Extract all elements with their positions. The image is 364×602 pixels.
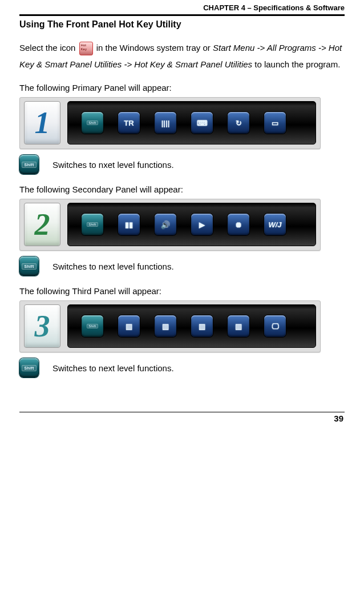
panel1-keyboard-button[interactable]: ⌨ — [191, 112, 213, 134]
app-icon: ▥ — [126, 322, 132, 331]
panel3-frame: 3 Shift ▥ ▥ ▥ ▥ 🖵 — [19, 300, 321, 352]
panel1-caption: The following Primary Panel will appear: — [19, 83, 345, 93]
intro-paragraph: Select the icon in the Windows system tr… — [19, 40, 345, 73]
shift-icon: Shift — [87, 324, 98, 328]
panel1-legend-shift-icon: Shift — [19, 155, 39, 174]
section-title: Using The Front Panel Hot Key Utility — [19, 19, 345, 30]
panel2-shift-button[interactable]: Shift — [82, 214, 103, 235]
panel3-caption: The following Third Panel will appear: — [19, 286, 345, 296]
panel2-legend-row: Shift Switches to next level functions. — [19, 256, 345, 276]
shift-icon: Shift — [87, 121, 98, 125]
panel1-rotate-button[interactable]: ↻ — [228, 112, 249, 134]
panel3-app4-button[interactable]: ▥ — [228, 315, 249, 337]
wj-icon: W/J — [268, 220, 281, 229]
panel3-button-bar: Shift ▥ ▥ ▥ ▥ 🖵 — [67, 304, 316, 348]
keyboard-icon: ⌨ — [197, 119, 208, 127]
panel1-button-bar: Shift TR |||| ⌨ ↻ ▭ — [67, 101, 316, 145]
play-icon: ▶ — [199, 220, 205, 229]
pause-icon: ▮▮ — [125, 220, 133, 229]
shift-icon: Shift — [22, 162, 36, 168]
panel3-monitor-button[interactable]: 🖵 — [264, 315, 286, 337]
chapter-header-text: CHAPTER 4 – Specifications & Software — [19, 0, 345, 13]
panel1-display-button[interactable]: ▭ — [264, 112, 286, 134]
panel3-number-badge: 3 — [24, 304, 60, 348]
hotkey-tray-icon — [79, 42, 93, 55]
panel1-legend-text: Switches to nxet level functions. — [52, 160, 174, 170]
panel2-play-button[interactable]: ▶ — [191, 214, 213, 235]
panel1-barcode-button[interactable]: |||| — [155, 112, 176, 134]
panel2-speaker-button[interactable]: 🔊 — [155, 214, 176, 235]
intro-tail-text: to launch the program. — [254, 59, 340, 69]
panel1-legend-row: Shift Switches to nxet level functions. — [19, 155, 345, 174]
panel2-frame: 2 Shift ▮▮ 🔊 ▶ ⏺ W/J — [19, 199, 321, 251]
shift-icon: Shift — [87, 222, 98, 227]
intro-pre-icon-text: Select the icon — [19, 43, 78, 53]
app-icon: ▥ — [199, 322, 205, 331]
panel1-number-badge: 1 — [24, 101, 60, 145]
panel2-number-badge: 2 — [24, 203, 60, 246]
panel3-shift-button[interactable]: Shift — [82, 315, 103, 337]
display-icon: ▭ — [272, 119, 278, 127]
app-icon: ▥ — [235, 322, 242, 331]
rotate-icon: ↻ — [236, 119, 242, 127]
panel3-legend-text: Switches to next level functions. — [52, 363, 174, 373]
panel1-frame: 1 Shift TR |||| ⌨ ↻ ▭ — [19, 97, 321, 149]
barcode-icon: |||| — [161, 119, 170, 127]
panel2-pause-button[interactable]: ▮▮ — [118, 214, 140, 235]
page-number: 39 — [19, 414, 345, 423]
panel2-caption: The following Secondary Panel will appea… — [19, 184, 345, 194]
panel2-button-bar: Shift ▮▮ 🔊 ▶ ⏺ W/J — [67, 203, 316, 246]
panel3-app1-button[interactable]: ▥ — [118, 315, 140, 337]
header-rule — [19, 14, 345, 16]
panel3-legend-shift-icon: Shift — [19, 358, 39, 378]
panel3-app2-button[interactable]: ▥ — [155, 315, 176, 337]
panel2-legend-shift-icon: Shift — [19, 256, 39, 276]
monitor-icon: 🖵 — [272, 322, 279, 331]
tr-icon: TR — [124, 119, 134, 127]
shift-icon: Shift — [22, 263, 36, 270]
panel1-tr-button[interactable]: TR — [118, 112, 140, 134]
record-icon: ⏺ — [235, 220, 242, 229]
panel1-shift-button[interactable]: Shift — [82, 112, 103, 134]
footer-rule — [19, 412, 345, 412]
app-icon: ▥ — [162, 322, 169, 331]
panel3-legend-row: Shift Switches to next level functions. — [19, 358, 345, 378]
panel2-record-button[interactable]: ⏺ — [228, 214, 249, 235]
panel3-app3-button[interactable]: ▥ — [191, 315, 213, 337]
panel2-legend-text: Switches to next level functions. — [52, 262, 174, 271]
panel2-wj-button[interactable]: W/J — [264, 214, 286, 235]
intro-post-icon-text: in the Windows system tray or — [96, 43, 213, 53]
speaker-icon: 🔊 — [161, 220, 170, 229]
shift-icon: Shift — [22, 365, 36, 371]
